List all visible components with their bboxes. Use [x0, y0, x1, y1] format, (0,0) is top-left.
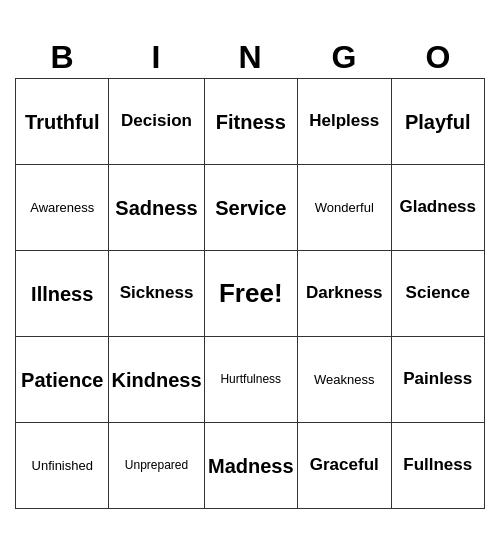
- header-letter: O: [391, 35, 485, 78]
- grid-cell-1-0: Awareness: [16, 165, 109, 251]
- grid-cell-4-4: Fullness: [392, 423, 486, 509]
- header-letter: B: [15, 35, 109, 78]
- cell-label: Patience: [21, 368, 103, 392]
- grid-cell-2-2: Free!: [205, 251, 299, 337]
- cell-label: Decision: [121, 111, 192, 131]
- cell-label: Kindness: [111, 368, 201, 392]
- cell-label: Fitness: [216, 110, 286, 134]
- header-letter: I: [109, 35, 203, 78]
- grid-cell-1-1: Sadness: [109, 165, 204, 251]
- grid-cell-3-2: Hurtfulness: [205, 337, 299, 423]
- cell-label: Graceful: [310, 455, 379, 475]
- cell-label: Truthful: [25, 110, 99, 134]
- cell-label: Madness: [208, 454, 294, 478]
- grid-cell-4-0: Unfinished: [16, 423, 109, 509]
- grid-cell-0-3: Helpless: [298, 79, 391, 165]
- cell-label: Unfinished: [32, 458, 93, 474]
- grid-cell-2-3: Darkness: [298, 251, 391, 337]
- cell-label: Awareness: [30, 200, 94, 216]
- header-letter: N: [203, 35, 297, 78]
- cell-label: Sadness: [115, 196, 197, 220]
- bingo-card: BINGO TruthfulDecisionFitnessHelplessPla…: [15, 35, 485, 509]
- cell-label: Illness: [31, 282, 93, 306]
- cell-label: Hurtfulness: [220, 372, 281, 386]
- cell-label: Fullness: [403, 455, 472, 475]
- grid-cell-1-4: Gladness: [392, 165, 486, 251]
- cell-label: Darkness: [306, 283, 383, 303]
- grid-cell-4-2: Madness: [205, 423, 299, 509]
- cell-label: Science: [406, 283, 470, 303]
- grid-cell-4-1: Unprepared: [109, 423, 204, 509]
- cell-label: Unprepared: [125, 458, 188, 472]
- grid-cell-1-3: Wonderful: [298, 165, 391, 251]
- cell-label: Helpless: [309, 111, 379, 131]
- cell-label: Service: [215, 196, 286, 220]
- cell-label: Playful: [405, 110, 471, 134]
- grid-cell-3-0: Patience: [16, 337, 109, 423]
- grid-cell-3-3: Weakness: [298, 337, 391, 423]
- header-letter: G: [297, 35, 391, 78]
- grid-cell-1-2: Service: [205, 165, 299, 251]
- cell-label: Sickness: [120, 283, 194, 303]
- grid-cell-0-0: Truthful: [16, 79, 109, 165]
- grid-cell-4-3: Graceful: [298, 423, 391, 509]
- cell-label: Wonderful: [315, 200, 374, 216]
- grid-cell-3-1: Kindness: [109, 337, 204, 423]
- grid-cell-0-1: Decision: [109, 79, 204, 165]
- cell-label: Free!: [219, 278, 283, 309]
- grid-cell-2-0: Illness: [16, 251, 109, 337]
- grid-cell-3-4: Painless: [392, 337, 486, 423]
- bingo-grid: TruthfulDecisionFitnessHelplessPlayfulAw…: [15, 78, 485, 509]
- cell-label: Weakness: [314, 372, 374, 388]
- grid-cell-2-4: Science: [392, 251, 486, 337]
- cell-label: Gladness: [399, 197, 476, 217]
- grid-cell-0-4: Playful: [392, 79, 486, 165]
- grid-cell-0-2: Fitness: [205, 79, 299, 165]
- grid-cell-2-1: Sickness: [109, 251, 204, 337]
- cell-label: Painless: [403, 369, 472, 389]
- bingo-header: BINGO: [15, 35, 485, 78]
